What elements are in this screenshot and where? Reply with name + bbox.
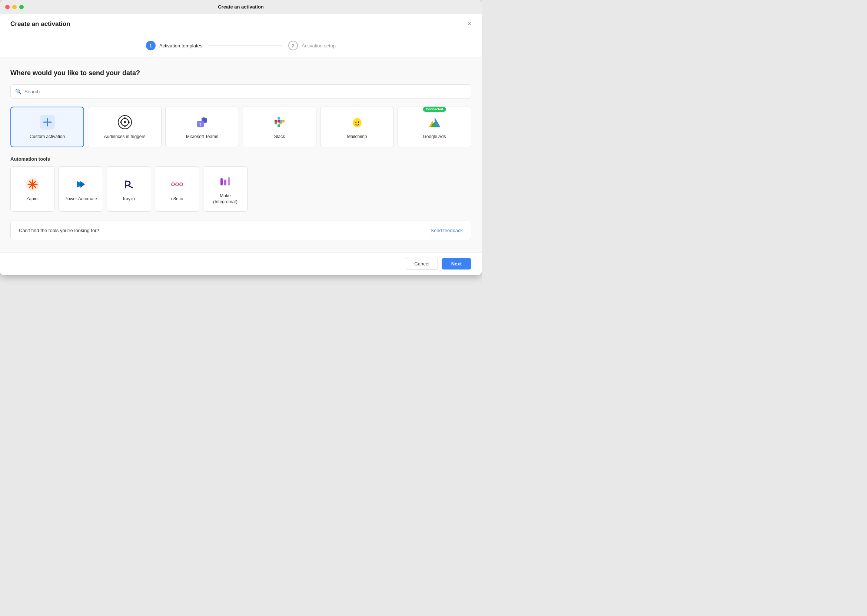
tray-io-icon [121,176,137,193]
window-title: Create an activation [218,4,264,9]
svg-rect-46 [228,177,230,185]
svg-point-6 [124,117,126,119]
svg-point-41 [180,183,183,186]
svg-point-27 [359,120,361,123]
svg-rect-21 [277,120,280,123]
search-icon: 🔍 [15,88,22,94]
svg-point-5 [124,121,126,123]
footer-note-text: Can't find the tools you're looking for? [19,228,99,233]
card-make[interactable]: Make (Integromat) [203,166,247,212]
card-power-automate-label: Power Automate [65,196,97,202]
footer-note: Can't find the tools you're looking for?… [10,221,471,240]
svg-point-26 [353,120,356,123]
card-google-ads-label: Google Ads [423,134,446,140]
card-custom-activation[interactable]: Custom activation [10,107,84,147]
cancel-button[interactable]: Cancel [406,258,438,270]
maximize-traffic-light[interactable] [19,5,24,9]
mailchimp-icon [349,114,365,130]
step-1-circle: 1 [146,41,156,50]
card-tray-io[interactable]: tray.io [107,166,151,212]
svg-rect-44 [221,178,223,185]
svg-point-40 [176,183,178,186]
card-make-label: Make (Integromat) [208,193,243,205]
svg-point-8 [120,121,121,123]
card-zapier[interactable]: Zapier [10,166,55,212]
card-slack-label: Slack [274,134,285,140]
modal-footer: Cancel Next [0,252,482,275]
card-microsoft-teams[interactable]: T Microsoft Teams [165,107,239,147]
step-connector [208,46,282,46]
audiences-in-triggers-icon [117,114,133,130]
svg-point-11 [202,117,205,120]
search-input[interactable] [24,89,467,94]
microsoft-teams-icon: T [194,114,210,130]
svg-rect-16 [274,122,277,124]
stepper: 1 Activation templates 2 Activation setu… [0,34,482,57]
step-2: 2 Activation setup [288,41,336,50]
card-zapier-label: Zapier [26,196,39,202]
integration-cards-grid: Custom activation Audiences in triggers [10,107,471,147]
step-2-circle: 2 [288,41,298,50]
google-ads-icon [426,114,443,130]
modal-window: Create an activation Create an activatio… [0,0,482,275]
titlebar: Create an activation [0,0,482,14]
card-power-automate[interactable]: Power Automate [58,166,103,212]
zapier-icon [24,176,41,193]
modal-title: Create an activation [10,20,70,28]
svg-marker-38 [80,181,85,188]
automation-cards-grid: Zapier Power Automate [10,166,471,212]
connected-badge: Connected [423,107,446,112]
svg-point-25 [355,118,359,121]
minimize-traffic-light[interactable] [12,5,17,9]
card-slack[interactable]: Slack [243,107,317,147]
card-custom-activation-label: Custom activation [30,134,65,140]
send-feedback-link[interactable]: Send feedback [430,228,463,233]
card-audiences-in-triggers-label: Audiences in triggers [104,134,145,140]
power-automate-icon [73,176,89,193]
svg-point-39 [172,183,175,186]
step-1-label: Activation templates [159,43,202,49]
card-mailchimp[interactable]: Mailchimp [320,107,394,147]
automation-tools-title: Automation tools [10,156,471,162]
card-audiences-in-triggers[interactable]: Audiences in triggers [88,107,162,147]
modal-close-button[interactable]: × [467,20,471,28]
card-n8n-io[interactable]: n8n.io [155,166,199,212]
search-box: 🔍 [10,85,471,99]
card-n8n-io-label: n8n.io [171,196,183,202]
next-button[interactable]: Next [441,258,471,269]
svg-text:T: T [199,122,202,127]
svg-rect-19 [277,124,280,127]
n8n-io-icon [169,176,185,193]
card-google-ads[interactable]: Connected Google Ads [397,107,471,147]
svg-rect-45 [224,179,226,185]
modal-header: Create an activation × [0,14,482,34]
svg-point-7 [124,126,126,127]
card-mailchimp-label: Mailchimp [347,134,367,140]
svg-rect-20 [282,120,285,123]
custom-activation-icon [39,114,55,130]
step-1: 1 Activation templates [146,41,202,50]
card-microsoft-teams-label: Microsoft Teams [186,134,218,140]
content-area: Where would you like to send your data? … [0,57,482,252]
section-heading: Where would you like to send your data? [10,69,471,77]
svg-point-9 [128,121,130,123]
svg-rect-15 [277,117,280,119]
card-tray-io-label: tray.io [123,196,135,202]
slack-icon [271,114,288,130]
close-traffic-light[interactable] [5,5,9,9]
step-2-label: Activation setup [302,43,336,49]
traffic-lights [5,5,24,9]
make-icon [217,173,233,190]
